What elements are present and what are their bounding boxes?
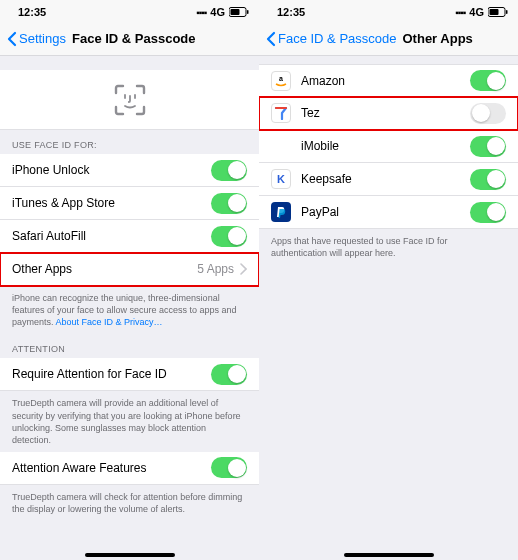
app-label: PayPal	[301, 205, 339, 219]
row-attention-aware[interactable]: Attention Aware Features	[0, 452, 259, 485]
attention-header: ATTENTION	[0, 334, 259, 358]
faceid-hero	[0, 70, 259, 130]
faceid-icon	[113, 83, 147, 117]
paypal-icon	[271, 202, 291, 222]
home-indicator[interactable]	[85, 553, 175, 557]
row-label: iTunes & App Store	[12, 196, 115, 210]
signal-icon: ▪▪▪▪	[196, 7, 206, 18]
row-app-paypal[interactable]: PayPal	[259, 196, 518, 229]
footer-other-apps: Apps that have requested to use Face ID …	[259, 229, 518, 265]
back-button[interactable]: Settings	[6, 31, 66, 47]
row-app-amazon[interactable]: a Amazon	[259, 64, 518, 97]
row-label: iPhone Unlock	[12, 163, 89, 177]
toggle-safari[interactable]	[211, 226, 247, 247]
chevron-right-icon	[240, 263, 247, 275]
use-faceid-header: USE FACE ID FOR:	[0, 130, 259, 154]
screen-faceid-passcode: 12:35 ▪▪▪▪ 4G Settings Face ID & Passcod…	[0, 0, 259, 560]
svg-rect-7	[506, 10, 508, 14]
svg-rect-1	[231, 9, 240, 15]
back-label: Face ID & Passcode	[278, 31, 397, 46]
imobile-icon: i	[271, 136, 291, 156]
toggle-amazon[interactable]	[470, 70, 506, 91]
footer-about-faceid: iPhone can recognize the unique, three-d…	[0, 286, 259, 334]
nav-bar: Face ID & Passcode Other Apps	[259, 22, 518, 56]
row-safari-autofill[interactable]: Safari AutoFill	[0, 220, 259, 253]
svg-rect-6	[490, 9, 499, 15]
status-bar: 12:35 ▪▪▪▪ 4G	[259, 0, 518, 22]
row-itunes[interactable]: iTunes & App Store	[0, 187, 259, 220]
network-label: 4G	[210, 6, 225, 18]
home-indicator[interactable]	[344, 553, 434, 557]
row-other-apps[interactable]: Other Apps 5 Apps	[0, 253, 259, 286]
status-time: 12:35	[277, 6, 305, 18]
row-app-tez[interactable]: Tez	[259, 97, 518, 130]
toggle-itunes[interactable]	[211, 193, 247, 214]
status-right: ▪▪▪▪ 4G	[196, 6, 249, 18]
app-label: Amazon	[301, 74, 345, 88]
row-label: Attention Aware Features	[12, 461, 147, 475]
status-bar: 12:35 ▪▪▪▪ 4G	[0, 0, 259, 22]
toggle-imobile[interactable]	[470, 136, 506, 157]
toggle-keepsafe[interactable]	[470, 169, 506, 190]
row-label: Require Attention for Face ID	[12, 367, 167, 381]
battery-icon	[229, 7, 249, 17]
network-label: 4G	[469, 6, 484, 18]
back-button[interactable]: Face ID & Passcode	[265, 31, 397, 47]
screen-other-apps: 12:35 ▪▪▪▪ 4G Face ID & Passcode Other A…	[259, 0, 518, 560]
footer-require-attention: TrueDepth camera will provide an additio…	[0, 391, 259, 452]
status-right: ▪▪▪▪ 4G	[455, 6, 508, 18]
battery-icon	[488, 7, 508, 17]
chevron-left-icon	[265, 31, 277, 47]
back-label: Settings	[19, 31, 66, 46]
app-label: iMobile	[301, 139, 339, 153]
toggle-tez[interactable]	[470, 103, 506, 124]
nav-bar: Settings Face ID & Passcode	[0, 22, 259, 56]
svg-text:a: a	[279, 75, 283, 82]
row-require-attention[interactable]: Require Attention for Face ID	[0, 358, 259, 391]
app-label: Keepsafe	[301, 172, 352, 186]
app-label: Tez	[301, 106, 320, 120]
amazon-icon: a	[271, 71, 291, 91]
page-title: Other Apps	[403, 31, 473, 46]
footer-attention-aware: TrueDepth camera will check for attentio…	[0, 485, 259, 521]
page-title: Face ID & Passcode	[72, 31, 196, 46]
toggle-iphone-unlock[interactable]	[211, 160, 247, 181]
tez-icon	[271, 103, 291, 123]
status-time: 12:35	[18, 6, 46, 18]
other-apps-count: 5 Apps	[197, 262, 234, 276]
signal-icon: ▪▪▪▪	[455, 7, 465, 18]
row-label: Other Apps	[12, 262, 72, 276]
toggle-require-attention[interactable]	[211, 364, 247, 385]
row-iphone-unlock[interactable]: iPhone Unlock	[0, 154, 259, 187]
toggle-attention-aware[interactable]	[211, 457, 247, 478]
row-app-keepsafe[interactable]: K Keepsafe	[259, 163, 518, 196]
row-app-imobile[interactable]: i iMobile	[259, 130, 518, 163]
svg-rect-2	[247, 10, 249, 14]
row-label: Safari AutoFill	[12, 229, 86, 243]
chevron-left-icon	[6, 31, 18, 47]
about-faceid-link[interactable]: About Face ID & Privacy…	[56, 317, 163, 327]
keepsafe-icon: K	[271, 169, 291, 189]
toggle-paypal[interactable]	[470, 202, 506, 223]
